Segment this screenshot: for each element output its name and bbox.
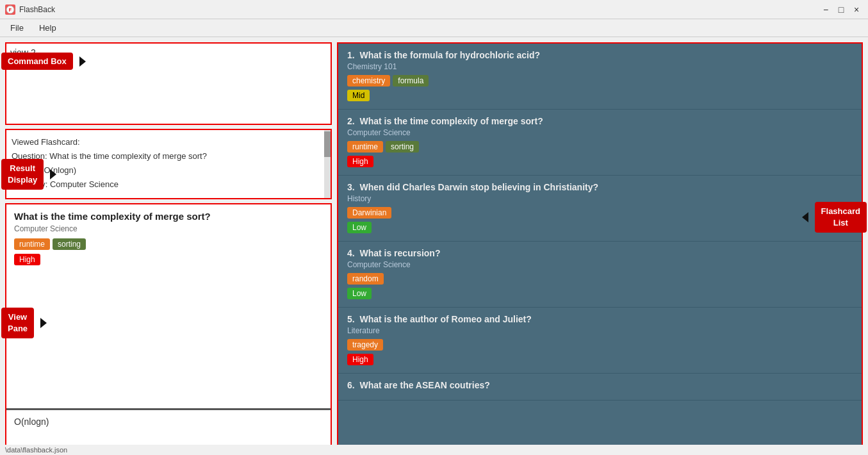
result-scrollbar[interactable] [324,130,331,198]
flashcard-tags-4: random [347,273,853,285]
result-line-4: Category: Computer Science [12,178,325,192]
app-title: FlashBack [19,5,55,14]
flashcard-item-5[interactable]: 5. What is the author of Romeo and Julie… [338,308,862,374]
menu-file[interactable]: File [8,22,26,34]
flashcard-tags-5: tragedy [347,339,853,351]
flashcard-title-6: 6. What are the ASEAN coutries? [347,380,853,390]
result-line-3: Answer: O(nlogn) [12,163,325,178]
title-bar: F FlashBack − □ × [0,0,868,19]
tag-runtime: runtime [14,238,50,250]
tag-chemistry: chemistry [347,75,390,87]
scrollbar-thumb [324,131,331,157]
view-pane-bottom: O(nlogn) [6,410,331,449]
flashcard-deck-1: Chemistry 101 [347,62,853,71]
annotation-command-box: Command Box [1,53,73,70]
menu-bar: File Help [0,19,868,37]
flashcard-title-4: 4. What is recursion? [347,248,853,258]
flashcard-difficulty-1: Mid [347,90,370,101]
main-container: view 2 Viewed Flashcard: Question: What … [0,37,868,455]
annotation-view-pane: ViewPane [1,308,34,338]
flashcard-difficulty-5: High [347,354,373,365]
app-icon: F [5,4,15,15]
view-pane-difficulty: High [14,254,40,265]
tag-darwinian: Darwinian [347,207,391,219]
annotation-flashcard-list: FlashcardList [815,202,867,233]
tag-sorting-2: sorting [386,141,419,153]
view-pane-tags: runtime sorting [14,238,323,250]
tag-runtime-2: runtime [347,141,383,153]
tag-formula: formula [393,75,429,87]
flashcard-item-1[interactable]: 1. What is the formula for hydrochloric … [338,44,862,110]
flashcard-item-4[interactable]: 4. What is recursion? Computer Science r… [338,242,862,308]
flashcard-difficulty-2: High [347,156,373,167]
title-bar-left: F FlashBack [5,4,55,15]
flashcard-deck-4: Computer Science [347,260,853,269]
flashcard-tags-1: chemistry formula [347,75,853,87]
svg-text:F: F [9,8,12,12]
status-path: \data\flashback.json [5,446,67,454]
flashcard-deck-3: History [347,194,853,203]
tag-sorting: sorting [53,238,86,250]
flashcard-deck-5: Literature [347,326,853,335]
flashcard-title-2: 2. What is the time complexity of merge … [347,116,853,126]
view-pane-panel: What is the time complexity of merge sor… [5,203,332,450]
view-pane-answer: O(nlogn) [14,417,323,427]
flashcard-title-5: 5. What is the author of Romeo and Julie… [347,314,853,324]
maximize-button[interactable]: □ [835,3,848,16]
result-display-text: Viewed Flashcard: Question: What is the … [12,135,325,192]
flashcard-title-1: 1. What is the formula for hydrochloric … [347,50,853,60]
title-bar-controls: − □ × [819,3,863,16]
view-pane-top: What is the time complexity of merge sor… [6,204,331,410]
status-bar: \data\flashback.json [0,445,868,455]
menu-help[interactable]: Help [37,22,59,34]
minimize-button[interactable]: − [819,3,832,16]
flashcard-item-3[interactable]: 3. When did Charles Darwin stop believin… [338,176,862,242]
view-pane-category: Computer Science [14,224,323,233]
flashcard-tags-3: Darwinian [347,207,853,219]
flashcard-title-3: 3. When did Charles Darwin stop believin… [347,182,853,192]
flashcard-item-2[interactable]: 2. What is the time complexity of merge … [338,110,862,176]
flashcard-difficulty-4: Low [347,288,372,299]
flashcard-deck-2: Computer Science [347,128,853,137]
result-display-panel: Viewed Flashcard: Question: What is the … [5,129,332,199]
result-line-2: Question: What is the time complexity of… [12,149,325,163]
flashcard-tags-2: runtime sorting [347,141,853,153]
result-line-1: Viewed Flashcard: [12,135,325,149]
close-button[interactable]: × [850,3,863,16]
flashcard-difficulty-3: Low [347,222,372,233]
flashcard-list-panel[interactable]: 1. What is the formula for hydrochloric … [337,42,863,450]
left-panel: view 2 Viewed Flashcard: Question: What … [5,42,332,450]
tag-random: random [347,273,384,285]
annotation-result-display: ResultDisplay [1,159,44,190]
view-pane-question: What is the time complexity of merge sor… [14,211,323,222]
flashcard-item-6[interactable]: 6. What are the ASEAN coutries? [338,374,862,401]
tag-tragedy: tragedy [347,339,383,351]
